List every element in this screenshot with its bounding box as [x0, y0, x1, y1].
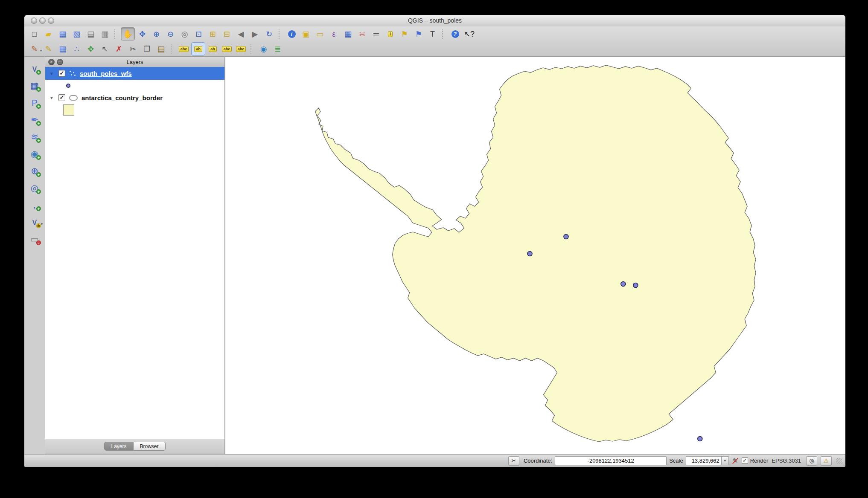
- expand-triangle-icon[interactable]: ▼: [50, 96, 55, 100]
- open-project-icon[interactable]: ▰: [42, 28, 55, 40]
- refresh-map-icon[interactable]: ↻: [262, 28, 276, 40]
- close-window-button[interactable]: [31, 17, 37, 24]
- save-project-icon[interactable]: ▦: [56, 28, 69, 40]
- new-bookmark-glyph: ⚑: [401, 30, 408, 38]
- zoom-next-icon[interactable]: ▶: [248, 28, 262, 40]
- delete-selected-glyph: ✗: [116, 45, 122, 53]
- add-feature-icon[interactable]: ∴: [70, 43, 83, 55]
- add-mssql-layer-icon[interactable]: ≋+: [27, 130, 42, 143]
- whats-this-icon[interactable]: ↖?: [463, 28, 476, 40]
- stop-rendering-icon[interactable]: ✎: [731, 456, 740, 466]
- label-visibility-icon[interactable]: abc: [220, 43, 233, 55]
- copy-features-glyph: ❐: [143, 45, 150, 53]
- tab-browser[interactable]: Browser: [134, 442, 166, 451]
- zoom-full-extent-glyph: ⊡: [195, 30, 202, 38]
- help-icon[interactable]: ?: [449, 28, 462, 40]
- node-tool-icon[interactable]: ↖: [98, 43, 111, 55]
- zoom-in-glyph: ⊕: [153, 30, 160, 38]
- render-checkbox[interactable]: ✓: [742, 457, 748, 464]
- map-tips-icon[interactable]: i: [384, 28, 397, 40]
- toggle-editing-icon[interactable]: ✎: [42, 43, 55, 55]
- toolbar-separator: [279, 29, 282, 39]
- zoom-to-selection-glyph: ⊞: [210, 30, 216, 38]
- zoom-out-icon[interactable]: ⊖: [164, 28, 177, 40]
- add-postgis-layer-badge-icon: +: [36, 104, 41, 109]
- move-label-icon[interactable]: ab: [191, 42, 205, 55]
- cut-features-icon[interactable]: ✂: [126, 43, 140, 55]
- coordinate-extents-toggle-icon[interactable]: ✂: [508, 456, 519, 466]
- paste-features-icon[interactable]: ▤: [154, 43, 168, 55]
- zoom-in-icon[interactable]: ⊕: [150, 28, 163, 40]
- composer-manager-icon[interactable]: ▥: [98, 28, 111, 40]
- rotate-label-icon[interactable]: ab: [206, 43, 219, 55]
- add-wcs-layer-badge-icon: +: [36, 172, 41, 177]
- select-features-icon[interactable]: ▣: [299, 28, 312, 40]
- zoom-window-button[interactable]: [48, 17, 54, 24]
- text-annotation-icon[interactable]: T: [426, 28, 439, 40]
- layers-plugin-icon[interactable]: ≣: [271, 43, 284, 55]
- measure-angle-icon[interactable]: ε: [327, 28, 341, 40]
- current-edits-icon[interactable]: ✎▾: [28, 43, 41, 55]
- globe-plugin-icon[interactable]: ◉: [257, 43, 270, 55]
- add-delimited-text-layer-icon[interactable]: ,+: [27, 198, 42, 211]
- new-bookmark-icon[interactable]: ⚑: [398, 28, 411, 40]
- crs-status-label: EPSG:3031: [772, 457, 801, 464]
- zoom-full-extent-icon[interactable]: ⊡: [192, 28, 205, 40]
- add-raster-layer-icon[interactable]: ▦+: [27, 79, 42, 92]
- add-wms-layer-icon[interactable]: ◉+: [27, 147, 42, 160]
- open-attribute-table-icon[interactable]: ▦: [341, 28, 355, 40]
- show-bookmarks-icon[interactable]: ⚑: [412, 28, 425, 40]
- add-delimited-text-layer-badge-icon: +: [36, 206, 41, 211]
- add-wcs-layer-icon[interactable]: ⊕+: [27, 164, 42, 177]
- copy-features-icon[interactable]: ❐: [140, 43, 154, 55]
- label-properties-icon[interactable]: abc: [234, 43, 248, 55]
- add-wfs-layer-icon[interactable]: ◎+: [27, 181, 42, 194]
- save-project-as-icon[interactable]: ▧: [70, 28, 83, 40]
- layer-row[interactable]: ▼✓south_poles_wfs: [45, 67, 224, 80]
- pan-map-icon[interactable]: ✋: [121, 27, 135, 41]
- panel-close-icon[interactable]: ×: [48, 59, 55, 65]
- coordinate-input[interactable]: [555, 456, 667, 465]
- save-project-as-glyph: ▧: [73, 30, 80, 38]
- pan-to-selection-icon[interactable]: ✥: [136, 28, 149, 40]
- minimize-window-button[interactable]: [39, 17, 46, 24]
- new-print-composer-icon[interactable]: ▤: [84, 28, 97, 40]
- field-calculator-icon[interactable]: ∺: [355, 28, 369, 40]
- wfs-point: [633, 283, 638, 288]
- map-canvas[interactable]: [225, 57, 845, 454]
- layer-checkbox[interactable]: ✓: [58, 94, 65, 101]
- zoom-to-selection-icon[interactable]: ⊞: [206, 28, 219, 40]
- add-spatialite-layer-icon[interactable]: ✒+: [27, 113, 42, 126]
- panel-float-icon[interactable]: □: [57, 59, 63, 65]
- deselect-features-glyph: ▭: [316, 30, 323, 38]
- identify-features-icon[interactable]: i: [285, 28, 298, 40]
- zoom-to-layer-icon[interactable]: ⊟: [220, 28, 233, 40]
- resize-grip[interactable]: [836, 458, 842, 464]
- deselect-features-icon[interactable]: ▭: [313, 28, 326, 40]
- expand-triangle-icon[interactable]: ▼: [50, 71, 55, 76]
- zoom-native-icon[interactable]: ◎: [178, 28, 191, 40]
- add-postgis-layer-icon[interactable]: P+: [27, 96, 42, 109]
- layer-checkbox[interactable]: ✓: [58, 70, 65, 77]
- measure-line-icon[interactable]: ═: [370, 28, 383, 40]
- save-edits-icon[interactable]: ▦: [56, 43, 69, 55]
- move-feature-icon[interactable]: ✥: [84, 43, 97, 55]
- delete-selected-icon[interactable]: ✗: [112, 43, 125, 55]
- title-bar[interactable]: QGIS – south_poles: [24, 15, 845, 27]
- add-raster-layer-badge-icon: +: [36, 87, 41, 92]
- scale-input[interactable]: [686, 456, 722, 465]
- new-project-icon[interactable]: □: [28, 28, 41, 40]
- layer-row[interactable]: ▼✓antarctica_country_border: [45, 91, 224, 104]
- paste-features-glyph: ▤: [157, 45, 165, 53]
- labeling-icon[interactable]: abc: [177, 43, 190, 55]
- zoom-last-icon[interactable]: ◀: [234, 28, 248, 40]
- remove-layer-icon[interactable]: ▭-: [27, 232, 42, 246]
- crs-status-icon[interactable]: ◎: [806, 456, 817, 466]
- add-vector-layer-icon[interactable]: ∨+: [27, 62, 42, 75]
- scale-dropdown-icon[interactable]: ▾: [722, 456, 729, 465]
- move-feature-glyph: ✥: [87, 45, 94, 53]
- tab-layers[interactable]: Layers: [104, 442, 133, 451]
- new-shapefile-layer-icon[interactable]: ∨✱▾: [27, 215, 42, 229]
- messages-warning-icon[interactable]: ⚠: [821, 456, 832, 466]
- layer-label: south_poles_wfs: [80, 70, 132, 77]
